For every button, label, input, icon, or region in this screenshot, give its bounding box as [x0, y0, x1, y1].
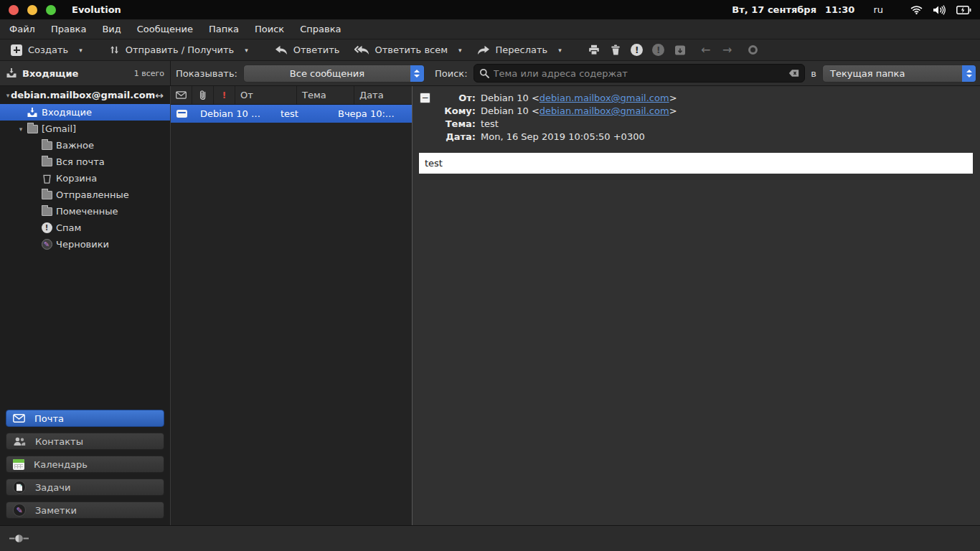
sidebar-item-label: Корзина [56, 173, 97, 184]
junk-icon: ! [631, 44, 643, 56]
search-label: Поиск: [435, 68, 468, 79]
sidebar-item-label: Спам [56, 222, 81, 233]
send-receive-icon [109, 44, 120, 55]
show-filter-dropdown[interactable]: Все сообщения [243, 65, 425, 83]
print-button[interactable] [583, 42, 605, 59]
menu-help[interactable]: Справка [292, 19, 349, 39]
folder-sidebar: ▾ debian.mailbox@gmail.com ↔ Входящие ▾ … [0, 86, 171, 525]
column-status[interactable] [171, 86, 192, 104]
column-from[interactable]: От [235, 86, 297, 104]
switcher-tasks-button[interactable]: Задачи [6, 479, 164, 496]
sidebar-item-sent[interactable]: Отправленные [0, 187, 170, 203]
switcher-label: Календарь [34, 459, 88, 470]
subject-label: Тема: [441, 118, 476, 131]
status-bar [0, 525, 980, 551]
resize-handle-icon[interactable]: ↔ [155, 90, 164, 101]
reply-all-dropdown[interactable]: ▾ [453, 45, 468, 55]
sidebar-item-label: Черновики [56, 239, 109, 250]
column-attachment[interactable] [192, 86, 214, 104]
new-message-dropdown[interactable]: ▾ [73, 45, 88, 55]
from-value: Debian 10 <debian.mailbox@gmail.com> [476, 92, 677, 105]
collapse-headers-button[interactable]: − [420, 93, 430, 103]
reply-all-button[interactable]: Ответить всем [349, 43, 453, 57]
from-email-link[interactable]: debian.mailbox@gmail.com [540, 93, 669, 103]
forward-dropdown[interactable]: ▾ [552, 45, 567, 55]
sidebar-item-starred[interactable]: Помеченные [0, 203, 170, 220]
battery-charging-icon[interactable] [956, 6, 971, 14]
show-filter-value: Все сообщения [244, 68, 410, 79]
sidebar-item-label: Входящие [42, 107, 92, 118]
sidebar-item-drafts[interactable]: ✎ Черновики [0, 236, 170, 253]
switcher-memos-button[interactable]: ✎ Заметки [6, 501, 164, 519]
clear-icon[interactable] [788, 69, 799, 77]
header-row-to: Кому: Debian 10 <debian.mailbox@gmail.co… [420, 105, 973, 118]
switcher-mail-button[interactable]: Почта [6, 410, 164, 427]
archive-button[interactable] [669, 42, 691, 59]
send-receive-dropdown[interactable]: ▾ [239, 45, 254, 55]
search-scope-dropdown[interactable]: Текущая папка [822, 65, 976, 83]
sidebar-item-label: Отправленные [56, 189, 129, 200]
previous-message-button[interactable]: ← [695, 42, 717, 59]
send-receive-button[interactable]: Отправить / Получить [104, 43, 240, 57]
minimize-button[interactable] [27, 5, 37, 15]
switcher-calendar-button[interactable]: Календарь [6, 456, 164, 473]
close-button[interactable] [9, 5, 19, 15]
inbox-icon [26, 107, 39, 118]
expander-icon[interactable]: ▾ [5, 92, 11, 99]
new-message-button[interactable]: Создать [6, 43, 73, 57]
clock-date: Вт, 17 сентября [732, 4, 816, 15]
stop-icon [748, 45, 758, 55]
sidebar-item-all-mail[interactable]: Вся почта [0, 154, 170, 170]
sub-header: Входящие 1 всего Показывать: Все сообщен… [0, 61, 980, 86]
stop-button[interactable] [743, 42, 764, 59]
inbox-icon [6, 67, 17, 79]
new-message-icon [11, 44, 22, 56]
sidebar-item-spam[interactable]: ! Спам [0, 220, 170, 236]
menu-view[interactable]: Вид [94, 19, 128, 39]
sidebar-spacer [0, 253, 170, 410]
clock[interactable]: Вт, 17 сентября 11:30 [732, 4, 854, 15]
sidebar-item-gmail[interactable]: ▾ [Gmail] [0, 121, 170, 137]
switcher-label: Задачи [35, 482, 70, 493]
forward-button[interactable]: Переслать [472, 43, 553, 57]
mail-icon [13, 414, 25, 423]
expander-icon[interactable]: ▾ [16, 126, 26, 133]
not-junk-button[interactable]: ! [648, 42, 669, 59]
junk-button[interactable]: ! [626, 42, 648, 59]
menu-file[interactable]: Файл [1, 19, 43, 39]
menu-search[interactable]: Поиск [247, 19, 292, 39]
column-priority[interactable]: ! [214, 86, 235, 104]
reply-all-label: Ответить всем [375, 44, 448, 55]
column-date[interactable]: Дата [354, 86, 412, 104]
next-message-button[interactable]: → [717, 42, 738, 59]
sidebar-item-trash[interactable]: Корзина [0, 170, 170, 187]
forward-icon [477, 45, 490, 55]
maximize-button[interactable] [46, 5, 56, 15]
message-row[interactable]: Debian 10 … test Вчера 10:… [171, 105, 412, 123]
wifi-icon[interactable] [910, 5, 923, 14]
sidebar-item-inbox[interactable]: Входящие [0, 104, 170, 121]
keyboard-layout-indicator[interactable]: ru [873, 4, 883, 15]
volume-icon[interactable] [933, 5, 946, 15]
calendar-icon [13, 459, 24, 470]
date-value: Mon, 16 Sep 2019 10:05:50 +0300 [476, 131, 645, 143]
sidebar-item-important[interactable]: Важное [0, 137, 170, 154]
column-subject[interactable]: Тема [297, 86, 354, 104]
menu-message[interactable]: Сообщение [129, 19, 201, 39]
online-status-icon[interactable] [9, 534, 29, 543]
to-email-link[interactable]: debian.mailbox@gmail.com [540, 105, 669, 116]
sidebar-account-row[interactable]: ▾ debian.mailbox@gmail.com ↔ [0, 86, 170, 104]
read-mail-icon [171, 110, 192, 118]
switcher-label: Почта [34, 413, 64, 424]
show-label: Показывать: [176, 68, 237, 79]
switcher-contacts-button[interactable]: Контакты [6, 433, 164, 450]
window-title: Evolution [72, 4, 121, 15]
main-area: ▾ debian.mailbox@gmail.com ↔ Входящие ▾ … [0, 86, 980, 525]
menu-edit[interactable]: Правка [43, 19, 94, 39]
message-from: Debian 10 … [192, 108, 275, 119]
reply-button[interactable]: Ответить [270, 43, 345, 57]
menu-folder[interactable]: Папка [201, 19, 247, 39]
delete-button[interactable] [605, 42, 626, 59]
search-input[interactable] [494, 68, 785, 79]
folder-icon [40, 158, 53, 166]
